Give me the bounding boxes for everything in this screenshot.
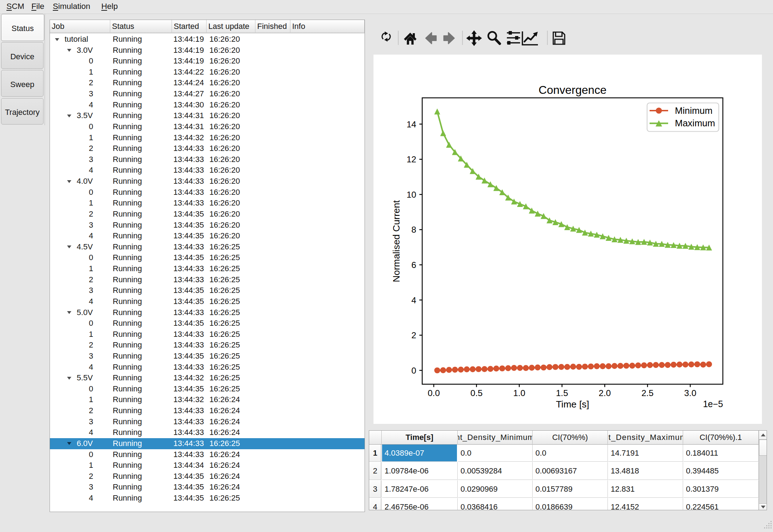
svg-text:2.5: 2.5 — [641, 388, 654, 398]
svg-text:14: 14 — [407, 120, 416, 129]
svg-text:Minimum: Minimum — [675, 105, 712, 116]
svg-text:0.5: 0.5 — [471, 388, 483, 398]
svg-text:8: 8 — [411, 225, 416, 234]
svg-text:10: 10 — [407, 190, 416, 199]
svg-text:Maximum: Maximum — [675, 118, 715, 128]
svg-text:1e−5: 1e−5 — [703, 399, 723, 409]
svg-text:0.0: 0.0 — [428, 388, 440, 398]
svg-text:1.0: 1.0 — [513, 388, 525, 398]
svg-text:2: 2 — [411, 330, 416, 340]
svg-text:0: 0 — [411, 366, 416, 375]
svg-text:Time [s]: Time [s] — [556, 399, 589, 410]
svg-text:12: 12 — [407, 154, 416, 164]
svg-text:1.5: 1.5 — [556, 388, 568, 398]
svg-text:3.0: 3.0 — [684, 388, 696, 398]
svg-text:Normalised Current: Normalised Current — [391, 200, 402, 282]
svg-text:4: 4 — [411, 295, 416, 305]
svg-text:6: 6 — [411, 260, 416, 270]
svg-text:Convergence: Convergence — [539, 83, 606, 96]
svg-text:2.0: 2.0 — [599, 388, 611, 398]
